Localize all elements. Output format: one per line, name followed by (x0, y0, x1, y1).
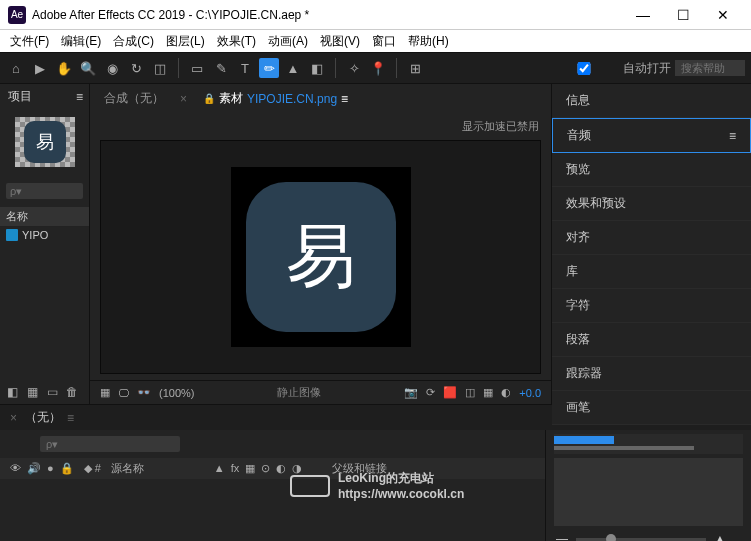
project-item[interactable]: YIPO (0, 227, 89, 243)
zoom-track[interactable] (576, 538, 706, 541)
snapshot-icon[interactable]: 📷 (404, 386, 418, 399)
lock-icon: 🔒 (203, 93, 215, 104)
project-footer: ◧ ▦ ▭ 🗑 (0, 380, 89, 404)
toolbar: ⌂ ▶ ✋ 🔍 ◉ ↻ ◫ ▭ ✎ T ✏ ▲ ◧ ✧ 📍 ⊞ 自动打开 (0, 52, 751, 84)
panel-tracker[interactable]: 跟踪器 (552, 357, 751, 391)
timeline-search-input[interactable] (40, 436, 180, 452)
eye-icon[interactable]: 👁 (10, 462, 21, 475)
text-tool-icon[interactable]: T (235, 58, 255, 78)
auto-open-label: 自动打开 (623, 60, 671, 77)
viewer-notice: 显示加速已禁用 (90, 113, 551, 140)
panel-audio[interactable]: 音频≡ (552, 118, 751, 153)
grid-icon[interactable]: ▦ (100, 386, 110, 399)
project-search (6, 183, 83, 199)
home-icon[interactable]: ⌂ (6, 58, 26, 78)
tab-menu-icon[interactable]: ≡ (341, 92, 348, 106)
brush-tool-icon[interactable]: ✏ (259, 58, 279, 78)
shy-icon[interactable]: ▲ (214, 462, 225, 475)
menu-window[interactable]: 窗口 (366, 31, 402, 52)
lock-col-icon[interactable]: 🔒 (60, 462, 74, 475)
source-name-column[interactable]: 源名称 (111, 461, 144, 476)
puppet-tool-icon[interactable]: 📍 (368, 58, 388, 78)
help-search-input[interactable] (675, 60, 745, 76)
still-image-label: 静止图像 (202, 385, 396, 400)
blend-icon[interactable]: ▦ (245, 462, 255, 475)
panel-paragraph[interactable]: 段落 (552, 323, 751, 357)
viewer[interactable]: 易 (100, 140, 541, 374)
toolbar-search: 自动打开 (549, 60, 745, 77)
tab-composition[interactable]: 合成（无） (100, 88, 168, 109)
window-title: Adobe After Effects CC 2019 - C:\YIPOJIE… (32, 8, 623, 22)
refresh-icon[interactable]: ⟳ (426, 386, 435, 399)
panel-brush[interactable]: 画笔 (552, 391, 751, 425)
menu-view[interactable]: 视图(V) (314, 31, 366, 52)
resolution-icon[interactable]: ◫ (465, 386, 475, 399)
panel-library[interactable]: 库 (552, 255, 751, 289)
panel-menu-icon[interactable]: ≡ (76, 90, 81, 104)
pen-tool-icon[interactable]: ✎ (211, 58, 231, 78)
zoom-value[interactable]: (100%) (159, 387, 194, 399)
motion-blur-icon[interactable]: ◐ (276, 462, 286, 475)
speaker-icon[interactable]: 🔊 (27, 462, 41, 475)
3d-icon[interactable]: ⊙ (261, 462, 270, 475)
menubar: 文件(F) 编辑(E) 合成(C) 图层(L) 效果(T) 动画(A) 视图(V… (0, 30, 751, 52)
exposure-value[interactable]: +0.0 (519, 387, 541, 399)
zoom-in-icon[interactable]: ▲ (714, 532, 726, 541)
time-ruler[interactable] (554, 434, 743, 454)
hand-tool-icon[interactable]: ✋ (54, 58, 74, 78)
project-search-input[interactable] (6, 183, 83, 199)
roto-tool-icon[interactable]: ✧ (344, 58, 364, 78)
stamp-tool-icon[interactable]: ▲ (283, 58, 303, 78)
selection-tool-icon[interactable]: ▶ (30, 58, 50, 78)
zoom-out-icon[interactable]: — (556, 532, 568, 541)
fx-icon[interactable]: fx (231, 462, 240, 475)
orbit-tool-icon[interactable]: ◉ (102, 58, 122, 78)
panel-menu-icon[interactable]: ≡ (729, 129, 736, 143)
zoom-tool-icon[interactable]: 🔍 (78, 58, 98, 78)
folder-icon[interactable]: ▭ (44, 384, 60, 400)
menu-layer[interactable]: 图层(L) (160, 31, 211, 52)
timeline-search-row (0, 430, 545, 458)
timeline-track-area[interactable] (554, 458, 743, 526)
trash-icon[interactable]: 🗑 (64, 384, 80, 400)
solo-icon[interactable]: ● (47, 462, 54, 475)
menu-anim[interactable]: 动画(A) (262, 31, 314, 52)
panel-icon[interactable]: ⊞ (405, 58, 425, 78)
project-column-header[interactable]: 名称 (0, 207, 89, 227)
menu-effect[interactable]: 效果(T) (211, 31, 262, 52)
exposure-icon[interactable]: ◐ (501, 386, 511, 399)
panel-effects[interactable]: 效果和预设 (552, 187, 751, 221)
panel-info[interactable]: 信息 (552, 84, 751, 118)
project-thumbnail[interactable]: 易 (15, 117, 75, 167)
app-icon: Ae (8, 6, 26, 24)
timeline-tab[interactable]: （无） (25, 409, 61, 426)
tab-close-icon[interactable]: × (180, 92, 187, 106)
camera-tool-icon[interactable]: ◫ (150, 58, 170, 78)
channels-icon[interactable]: 🟥 (443, 386, 457, 399)
panel-align[interactable]: 对齐 (552, 221, 751, 255)
maximize-button[interactable]: ☐ (663, 0, 703, 30)
minimize-button[interactable]: — (623, 0, 663, 30)
rotate-tool-icon[interactable]: ↻ (126, 58, 146, 78)
menu-file[interactable]: 文件(F) (4, 31, 55, 52)
panel-preview[interactable]: 预览 (552, 153, 751, 187)
monitor-icon[interactable]: 🖵 (118, 387, 129, 399)
panel-character[interactable]: 字符 (552, 289, 751, 323)
tl-menu-icon[interactable]: ≡ (67, 411, 74, 425)
interpret-icon[interactable]: ◧ (4, 384, 20, 400)
menu-edit[interactable]: 编辑(E) (55, 31, 107, 52)
auto-open-checkbox[interactable] (549, 62, 619, 75)
eraser-tool-icon[interactable]: ◧ (307, 58, 327, 78)
mask-icon[interactable]: 👓 (137, 386, 151, 399)
tl-close-icon[interactable]: × (10, 411, 17, 425)
viewer-panel: 合成（无） × 🔒 素材 YIPOJIE.CN.png ≡ 显示加速已禁用 易 … (90, 84, 551, 404)
bits-icon[interactable]: ▦ (24, 384, 40, 400)
close-button[interactable]: ✕ (703, 0, 743, 30)
menu-comp[interactable]: 合成(C) (107, 31, 160, 52)
menu-help[interactable]: 帮助(H) (402, 31, 455, 52)
trans-grid-icon[interactable]: ▦ (483, 386, 493, 399)
divider (396, 58, 397, 78)
tab-footage[interactable]: 🔒 素材 YIPOJIE.CN.png ≡ (199, 88, 352, 109)
shape-tool-icon[interactable]: ▭ (187, 58, 207, 78)
thumbnail-image: 易 (24, 121, 66, 163)
